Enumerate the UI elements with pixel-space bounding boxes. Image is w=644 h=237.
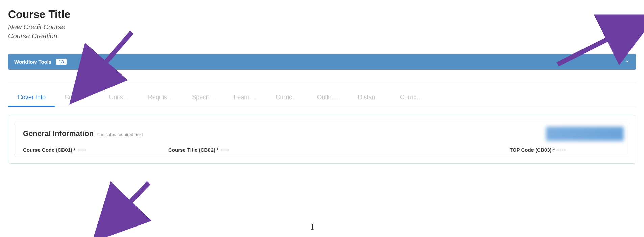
page-title: Course Title (8, 8, 636, 21)
workflow-tools-bar[interactable]: Workflow Tools 13 (8, 54, 636, 70)
tab-course[interactable]: Course… (55, 90, 100, 107)
divider (8, 83, 636, 83)
page-header: Course Title New Credit Course Course Cr… (8, 8, 636, 40)
field-label-course-title: Course Title (CB02) * (168, 147, 489, 153)
tab-requisites[interactable]: Requis… (139, 90, 182, 107)
field-label-text: Course Title (CB02) * (168, 147, 219, 153)
tab-bar: Cover Info Course… Units… Requis… Specif… (8, 90, 636, 107)
tab-specifications[interactable]: Specif… (182, 90, 224, 107)
blurred-action-button[interactable] (546, 127, 624, 141)
field-label-text: Course Code (CB01) * (23, 147, 76, 153)
chevron-down-icon (625, 59, 630, 65)
tooltip-dots-icon[interactable] (78, 149, 86, 151)
cover-info-panel: General Information *indicates required … (8, 115, 636, 164)
field-course-code: Course Code (CB01) * (23, 147, 148, 153)
field-top-code: TOP Code (CB03) * (510, 147, 621, 153)
subtitle-line-1: New Credit Course (8, 23, 636, 31)
subtitle-line-2: Course Creation (8, 31, 636, 40)
tooltip-dots-icon[interactable] (221, 149, 229, 151)
tab-curriculum-2[interactable]: Curric… (391, 90, 432, 107)
general-information-section: General Information *indicates required … (15, 122, 629, 157)
field-course-title: Course Title (CB02) * (168, 147, 489, 153)
section-title: General Information (23, 129, 94, 138)
tab-outline[interactable]: Outlin… (307, 90, 348, 107)
workflow-label: Workflow Tools (14, 59, 51, 65)
tab-curriculum-1[interactable]: Curric… (266, 90, 307, 107)
tab-learning[interactable]: Learni… (224, 90, 266, 107)
field-label-top-code: TOP Code (CB03) * (510, 147, 621, 153)
section-header: General Information *indicates required … (23, 129, 621, 138)
tooltip-dots-icon[interactable] (557, 149, 566, 151)
field-row: Course Code (CB01) * Course Title (CB02)… (23, 147, 621, 153)
info-icon-glyph: i (627, 18, 628, 25)
workflow-badge: 13 (56, 59, 66, 65)
info-icon[interactable]: i (623, 17, 633, 26)
workflow-bar-left: Workflow Tools 13 (14, 59, 67, 65)
tab-units[interactable]: Units… (100, 90, 139, 107)
required-note: *indicates required field (97, 132, 143, 137)
field-label-text: TOP Code (CB03) * (510, 147, 555, 153)
tab-distance[interactable]: Distan… (348, 90, 391, 107)
tab-cover-info[interactable]: Cover Info (8, 90, 55, 107)
field-label-course-code: Course Code (CB01) * (23, 147, 148, 153)
